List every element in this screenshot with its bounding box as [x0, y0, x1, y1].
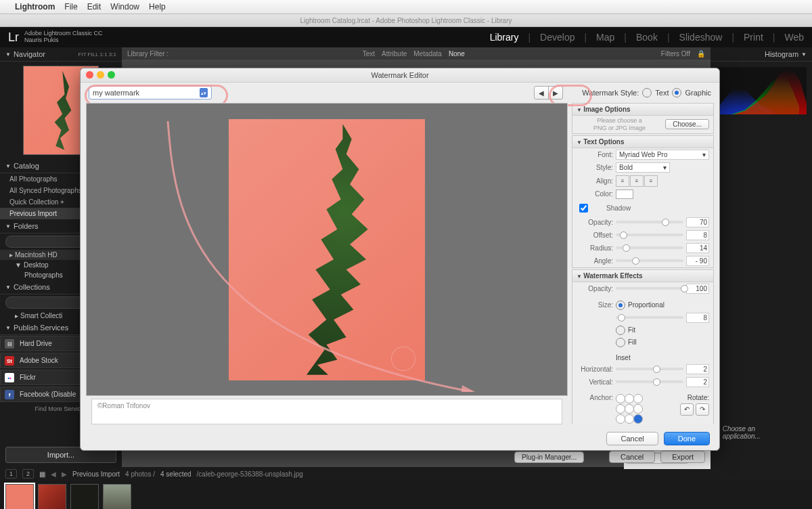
- size-fill-radio[interactable]: [616, 338, 625, 347]
- wm-opacity-value[interactable]: 100: [686, 284, 709, 294]
- shadow-offset-value[interactable]: 8: [686, 230, 709, 240]
- filmstrip[interactable]: [0, 481, 812, 509]
- dialog-titlebar[interactable]: Watermark Editor: [81, 68, 719, 83]
- plugin-manager-button[interactable]: Plug-in Manager...: [514, 451, 584, 463]
- next-image-button[interactable]: ▶: [549, 86, 563, 99]
- lr-logo: Lr: [8, 30, 19, 45]
- rotate-right-button[interactable]: ↷: [696, 403, 709, 416]
- histogram-header[interactable]: Histogram ▼: [710, 47, 812, 62]
- align-right-button[interactable]: ≡: [644, 175, 658, 187]
- copyright-text[interactable]: ©Roman Trifonov: [91, 399, 562, 424]
- wm-opacity-slider[interactable]: [616, 287, 683, 290]
- inset-vertical-value[interactable]: 2: [686, 377, 709, 387]
- minimize-icon[interactable]: [97, 71, 104, 79]
- watermark-options-panel: Image Options Please choose aPNG or JPG …: [572, 103, 714, 424]
- prev-icon[interactable]: ◀: [51, 470, 56, 478]
- navigator-header[interactable]: ▼NavigatorFIT FILL 1:1 3:1: [0, 47, 122, 62]
- window-titlebar: Lightroom Catalog.lrcat - Adobe Photosho…: [0, 14, 812, 27]
- filmstrip-thumb[interactable]: [5, 484, 34, 509]
- size-value[interactable]: 8: [686, 313, 709, 323]
- watermark-graphic: [391, 347, 415, 371]
- shadow-offset-slider[interactable]: [616, 234, 683, 236]
- filmstrip-thumb[interactable]: [103, 484, 131, 509]
- image-options-msg: Please choose aPNG or JPG image: [577, 117, 662, 132]
- watermark-preview: [86, 103, 568, 396]
- filter-text[interactable]: Text: [363, 50, 375, 58]
- source-label: Previous Import: [72, 470, 120, 478]
- image-options-header[interactable]: Image Options: [572, 104, 713, 116]
- anchor-grid[interactable]: [616, 394, 641, 424]
- mac-menubar: Lightroom File Edit Window Help: [0, 0, 812, 14]
- font-style-select[interactable]: Bold▾: [616, 162, 670, 173]
- watermark-preset-select[interactable]: my watermark▴▾: [89, 86, 212, 99]
- main-window-1[interactable]: 1: [5, 469, 17, 479]
- export-cancel-button[interactable]: Cancel: [609, 451, 655, 463]
- watermark-effects-header[interactable]: Watermark Effects: [572, 270, 713, 282]
- main-window-2[interactable]: 2: [22, 469, 34, 479]
- module-book[interactable]: Book: [636, 32, 658, 43]
- filmstrip-thumb[interactable]: [38, 484, 66, 509]
- shadow-radius-value[interactable]: 14: [686, 243, 709, 253]
- selected-label: 4 selected: [160, 470, 191, 478]
- filters-off[interactable]: Filters Off: [661, 50, 690, 58]
- next-icon[interactable]: ▶: [62, 470, 67, 478]
- shadow-angle-value[interactable]: - 90: [686, 256, 709, 266]
- module-develop[interactable]: Develop: [540, 32, 574, 43]
- shadow-angle-slider[interactable]: [616, 259, 683, 262]
- watermark-cancel-button[interactable]: Cancel: [606, 432, 658, 445]
- count-label: 4 photos /: [125, 470, 155, 478]
- chevron-updown-icon: ▴▾: [200, 88, 208, 97]
- font-select[interactable]: Myriad Web Pro▾: [616, 150, 709, 160]
- inset-horizontal-slider[interactable]: [616, 368, 683, 370]
- text-color-swatch[interactable]: [616, 190, 633, 199]
- menu-file[interactable]: File: [64, 2, 77, 12]
- size-proportional-radio[interactable]: [616, 301, 625, 310]
- size-slider[interactable]: [616, 316, 683, 319]
- export-button[interactable]: Export: [660, 451, 705, 463]
- align-center-button[interactable]: ≡: [630, 175, 644, 187]
- zoom-icon[interactable]: [108, 71, 115, 79]
- traffic-lights: [86, 71, 115, 79]
- preview-image: [229, 119, 425, 380]
- menu-window[interactable]: Window: [110, 2, 139, 12]
- module-library[interactable]: Library: [490, 32, 519, 43]
- style-graphic-radio[interactable]: [672, 88, 681, 97]
- inset-horizontal-value[interactable]: 2: [686, 364, 709, 374]
- choose-image-button[interactable]: Choose...: [665, 119, 709, 129]
- rotate-left-button[interactable]: ↶: [680, 403, 694, 416]
- right-panel: Histogram ▼: [710, 47, 812, 467]
- shadow-opacity-slider[interactable]: [616, 221, 683, 223]
- align-left-button[interactable]: ≡: [616, 175, 629, 187]
- module-slideshow[interactable]: Slideshow: [679, 32, 723, 43]
- dialog-title: Watermark Editor: [371, 71, 428, 79]
- module-web[interactable]: Web: [784, 32, 804, 43]
- filter-metadata[interactable]: Metadata: [413, 50, 442, 58]
- menu-help[interactable]: Help: [149, 2, 166, 12]
- shadow-checkbox[interactable]: [579, 204, 588, 213]
- module-map[interactable]: Map: [596, 32, 614, 43]
- brand-line2: Nauris Pukis: [24, 37, 103, 44]
- watermark-done-button[interactable]: Done: [664, 432, 710, 445]
- text-options-header[interactable]: Text Options: [572, 136, 713, 148]
- filmstrip-thumb[interactable]: [70, 484, 99, 509]
- menu-edit[interactable]: Edit: [87, 2, 102, 12]
- style-text-radio[interactable]: [642, 88, 652, 97]
- shadow-radius-slider[interactable]: [616, 246, 683, 249]
- bottom-toolbar: 1 2 ▦ ◀ ▶ Previous Import 4 photos / 4 s…: [0, 467, 812, 481]
- histogram[interactable]: [716, 67, 807, 114]
- filter-none[interactable]: None: [449, 50, 465, 58]
- lock-icon[interactable]: 🔒: [697, 50, 705, 58]
- size-fit-radio[interactable]: [616, 326, 625, 335]
- filter-label: Library Filter :: [127, 50, 168, 58]
- watermark-editor-dialog: Watermark Editor my watermark▴▾ ◀ ▶ Wate…: [80, 68, 720, 451]
- close-icon[interactable]: [86, 71, 93, 79]
- shadow-opacity-value[interactable]: 70: [686, 217, 709, 227]
- prev-image-button[interactable]: ◀: [534, 86, 549, 99]
- library-filter-bar: Library Filter : Text Attribute Metadata…: [122, 47, 710, 60]
- app-menu[interactable]: Lightroom: [15, 2, 55, 12]
- grid-icon[interactable]: ▦: [39, 470, 45, 478]
- module-print[interactable]: Print: [744, 32, 763, 43]
- inset-vertical-slider[interactable]: [616, 380, 683, 383]
- filename-label: /caleb-george-536388-unsplash.jpg: [197, 470, 303, 478]
- filter-attribute[interactable]: Attribute: [382, 50, 407, 58]
